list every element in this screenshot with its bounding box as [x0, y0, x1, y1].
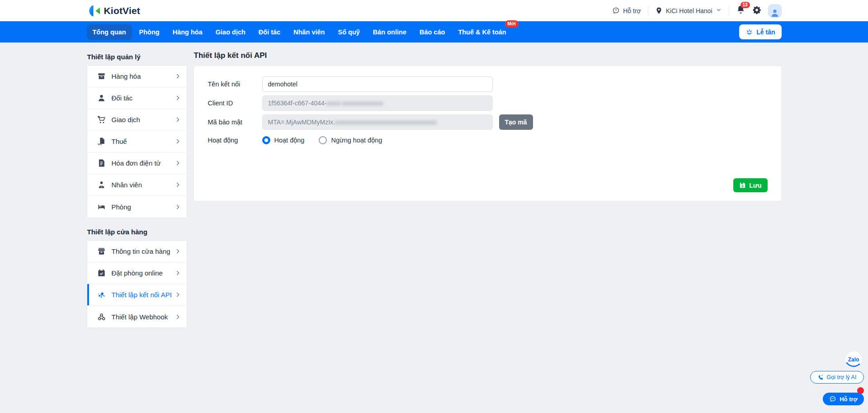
chevron-right-icon [175, 204, 181, 210]
sidebar-item[interactable]: Thông tin cửa hàng [87, 241, 187, 262]
chevron-right-icon [175, 95, 181, 101]
help-bubble-icon [612, 7, 620, 14]
nav-tab[interactable]: Bán online [367, 24, 412, 40]
sidebar-item[interactable]: Hóa đơn điện tử [87, 152, 187, 174]
chevron-right-icon [175, 248, 181, 254]
nav-tab[interactable]: Nhân viên [288, 24, 330, 40]
status-radio-group: Hoạt độngNgừng hoạt động [262, 136, 397, 144]
reception-label: Lễ tân [756, 28, 775, 36]
location-pin-icon [655, 7, 663, 14]
nav-tab[interactable]: Phòng [133, 24, 165, 40]
sidebar-item[interactable]: Thiết lập Webhook [87, 306, 187, 328]
sidebar-item-label: Nhân viên [112, 181, 142, 189]
client-id-label: Client ID [208, 100, 262, 107]
webhook-icon [97, 313, 106, 321]
sidebar-item-label: Đối tác [112, 94, 133, 102]
ai-call-button[interactable]: Gọi trợ lý AI [810, 371, 864, 384]
notifications-button[interactable]: 13 [736, 5, 745, 16]
save-button[interactable]: Lưu [733, 178, 767, 192]
nav-tab-label: Báo cáo [420, 28, 445, 36]
nav-tab-label: Phòng [139, 28, 160, 36]
sidebar-item-label: Thuế [112, 138, 127, 145]
sidebar-item[interactable]: Đặt phòng online [87, 262, 187, 284]
user-avatar[interactable] [768, 4, 782, 18]
nav-tab-label: Giao dịch [216, 28, 245, 36]
sidebar-item[interactable]: Giao dịch [87, 109, 187, 131]
nav-tab[interactable]: Tổng quan [87, 24, 132, 40]
nav-tab-label: Sổ quỹ [338, 28, 359, 36]
nav-tab[interactable]: Thuế & Kế toánMới [452, 24, 512, 40]
generate-code-button[interactable]: Tạo mã [499, 114, 533, 130]
sidebar-item-label: Thiết lập kết nối API [112, 291, 172, 299]
sidebar-section-title: Thiết lập quản lý [87, 53, 187, 61]
notification-badge: 13 [741, 2, 750, 8]
sidebar-item[interactable]: Thiết lập kết nối API [87, 284, 187, 306]
nav-tab-label: Hàng hóa [173, 28, 203, 36]
nav-tab-label: Thuế & Kế toán [458, 28, 506, 36]
main-navbar: Tổng quanPhòngHàng hóaGiao dịchĐối tácNh… [0, 21, 868, 43]
zalo-widget[interactable]: Zalo [844, 351, 863, 369]
chevron-right-icon [175, 182, 181, 188]
status-radio-label: Ngừng hoạt động [331, 137, 382, 144]
sidebar-item[interactable]: Nhân viên [87, 174, 187, 196]
invoice-icon [97, 159, 106, 167]
sidebar-item[interactable]: Đối tác [87, 87, 187, 109]
save-icon [739, 182, 746, 189]
sidebar-item-label: Hàng hóa [112, 72, 141, 80]
new-feature-badge: Mới [505, 20, 519, 28]
branch-selector[interactable]: KiCi Hotel Hanoi [655, 7, 722, 14]
branch-name: KiCi Hotel Hanoi [666, 7, 712, 14]
header-divider [729, 6, 729, 16]
kiotviet-logo[interactable]: KiotViet [87, 5, 141, 17]
sidebar-item-label: Thiết lập Webhook [112, 313, 168, 321]
sidebar-item-label: Giao dịch [112, 116, 140, 123]
calendar-check-icon [97, 269, 106, 277]
api-settings-card: Tên kết nối Client ID 1f56364f-c667-4044… [193, 66, 782, 201]
sidebar-item[interactable]: Phòng [87, 196, 187, 218]
nav-tab[interactable]: Sổ quỹ [332, 24, 365, 40]
connection-name-input[interactable] [262, 76, 493, 92]
gear-icon [752, 5, 761, 14]
status-radio-option[interactable]: Hoạt động [262, 136, 305, 144]
sidebar-card: Thông tin cửa hàngĐặt phòng onlineThiết … [87, 240, 187, 328]
box-icon [97, 72, 106, 81]
bed-icon [97, 203, 106, 211]
sidebar-item-label: Phòng [112, 203, 131, 211]
nav-tab[interactable]: Đối tác [253, 24, 286, 40]
nav-tabs: Tổng quanPhòngHàng hóaGiao dịchĐối tácNh… [87, 24, 512, 40]
staff-icon [97, 180, 106, 189]
status-radio-label: Hoạt động [274, 137, 305, 144]
support-chat-button[interactable]: Hỗ trợ [823, 393, 864, 405]
connection-name-label: Tên kết nối [208, 81, 262, 88]
secret-redacted: xxxxxxxxxxxxxxxxxxxxxxxxxxxxxx [335, 119, 437, 126]
nav-tab-label: Đối tác [259, 28, 280, 36]
vat-icon: VAT [97, 137, 106, 146]
nav-tab[interactable]: Giao dịch [210, 24, 251, 40]
nav-tab-label: Tổng quan [93, 28, 126, 36]
settings-button[interactable] [752, 5, 761, 16]
kiotviet-logo-icon [87, 5, 100, 17]
nav-tab-label: Nhân viên [293, 28, 325, 36]
nav-tab[interactable]: Báo cáo [414, 24, 451, 40]
chevron-right-icon [175, 138, 181, 144]
save-label: Lưu [749, 182, 761, 189]
sidebar-item-label: Hóa đơn điện tử [112, 159, 161, 167]
help-link[interactable]: Hỗ trợ [612, 7, 641, 14]
status-radio-option[interactable]: Ngừng hoạt động [319, 136, 382, 144]
support-chat-label: Hỗ trợ [840, 396, 858, 403]
sidebar-item[interactable]: VATThuế [87, 131, 187, 152]
nav-tab[interactable]: Hàng hóa [167, 24, 208, 40]
phone-sparkle-icon [818, 374, 824, 380]
api-icon [97, 290, 106, 299]
chevron-right-icon [175, 160, 181, 166]
help-label: Hỗ trợ [623, 7, 641, 14]
sidebar-item-label: Đặt phòng online [112, 269, 163, 277]
top-header: KiotViet Hỗ trợ KiCi Hotel Hanoi [0, 0, 868, 21]
client-id-redacted: xxxx-xxxxxxxxxxxx [327, 100, 383, 107]
radio-unselected-icon [319, 136, 327, 144]
sidebar-item[interactable]: Hàng hóa [87, 66, 187, 87]
status-label: Hoạt động [208, 137, 262, 144]
zalo-icon: Zalo [844, 351, 863, 369]
reception-button[interactable]: Lễ tân [739, 24, 781, 39]
svg-text:Zalo: Zalo [848, 356, 859, 363]
